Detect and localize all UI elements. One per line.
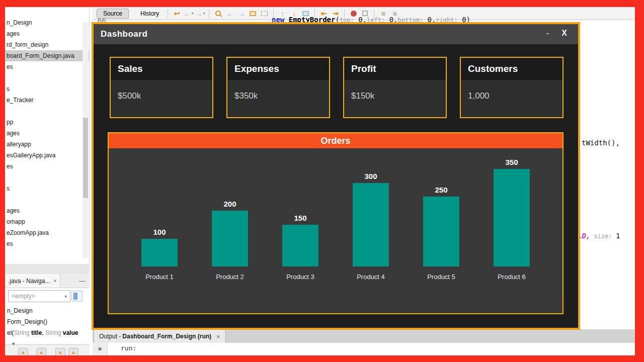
navigator-member-item[interactable]: Form_Design() (5, 316, 90, 327)
project-tree-item[interactable]: pp (5, 117, 89, 128)
navigator-tab-label: .java - Naviga... (8, 278, 50, 285)
stat-card-header: Expenses (227, 58, 329, 80)
stat-card-title: Sales (111, 63, 143, 74)
chevron-down-icon[interactable]: ▾ (203, 11, 205, 16)
highlight-frame-right (635, 0, 644, 362)
output-close-icon[interactable]: × (216, 333, 220, 340)
output-tab-prefix: Output - (99, 333, 121, 340)
navigator-tab[interactable]: .java - Naviga... × (5, 274, 60, 288)
chart-bar-slot: 250Product 5 (406, 148, 476, 281)
code-fragment-width: tWidth(), (582, 139, 620, 147)
navigator-close-icon[interactable]: × (53, 277, 57, 285)
stat-card-title: Profit (344, 63, 376, 74)
output-expand-icon[interactable]: » (93, 343, 108, 355)
tree-scrollbar[interactable] (83, 22, 89, 258)
stat-card-header: Customers (461, 58, 562, 80)
project-tree-item[interactable] (5, 106, 89, 117)
sort-caret-icon[interactable]: ▾ (12, 341, 15, 346)
bar-category-label: Product 5 (427, 266, 455, 281)
project-tree-item[interactable]: board_Form_Design.java (5, 50, 89, 61)
project-tree-item[interactable] (5, 194, 89, 205)
stat-card: Profit$150k (343, 57, 447, 118)
project-tree-item[interactable]: e_Tracker (5, 95, 89, 106)
output-tab[interactable]: Output - Dashboard_Form_Design (run) × (94, 329, 226, 343)
stat-card-title: Expenses (227, 63, 279, 74)
project-tree-item[interactable]: ages (5, 205, 89, 216)
stat-card: Customers1,000 (460, 57, 564, 118)
dashboard-titlebar[interactable]: Dashboard - X (94, 24, 578, 44)
navigator-member-item[interactable]: el(String title, String value (5, 327, 90, 338)
highlight-matches-icon[interactable] (248, 9, 258, 19)
navigator-filter-combo[interactable]: <empty> ▾ (8, 290, 70, 302)
orders-panel: Orders 100Product 1200Product 2150Produc… (108, 132, 564, 314)
chevron-down-icon: ▾ (64, 294, 67, 299)
navigator-filter-row: <empty> ▾ (5, 289, 90, 304)
highlight-frame-top (0, 0, 644, 7)
project-tree-item[interactable] (5, 172, 89, 183)
bar-value-label: 150 (294, 214, 306, 222)
close-button[interactable]: X (561, 29, 567, 38)
stat-card-header: Profit (344, 58, 446, 80)
project-tree-item[interactable]: s (5, 183, 89, 194)
rectangular-selection-icon[interactable] (259, 9, 270, 19)
navigator-tabrow: .java - Naviga... × — (5, 274, 90, 288)
navigator-member-list: n_DesignForm_Design()el(String title, St… (5, 305, 90, 338)
project-tree-item[interactable]: n_Design (5, 17, 89, 28)
project-tree-item[interactable]: esGalleryApp.java (5, 150, 89, 161)
chart-bar-slot: 150Product 3 (265, 148, 336, 281)
bar-value-label: 100 (153, 228, 166, 236)
project-tree-item[interactable]: eZoomApp.java (5, 227, 89, 238)
output-console[interactable]: » run: (93, 343, 635, 355)
stat-card-value: $500k (111, 91, 212, 101)
chart-bar (423, 197, 459, 266)
history-tab[interactable]: History (135, 9, 165, 19)
next-occurrence-icon[interactable]: → (236, 9, 247, 19)
panel-splitter[interactable] (5, 264, 90, 274)
project-tree-item[interactable]: ages (5, 128, 89, 139)
project-tree-item[interactable] (5, 72, 89, 83)
navigator-member-item[interactable]: n_Design (5, 305, 90, 316)
bar-category-label: Product 6 (498, 266, 526, 281)
code-fragment-font: LD, size: 1 (578, 232, 620, 240)
project-tree-item[interactable]: omapp (5, 216, 89, 227)
back-icon[interactable]: ←▾ (183, 9, 194, 19)
projects-panel: n_Designagesrd_form_designboard_Form_Des… (5, 7, 90, 264)
window-title: Dashboard (94, 29, 147, 39)
project-tree-item[interactable]: alleryapp (5, 139, 89, 150)
highlight-frame-bottom (0, 355, 644, 362)
output-tab-name: Dashboard_Form_Design (run) (122, 333, 211, 340)
find-icon[interactable] (213, 9, 223, 19)
bar-category-label: Product 3 (286, 266, 314, 281)
toolbar-divider (168, 9, 168, 18)
navigator-panel: .java - Naviga... × — <empty> ▾ n_Design… (5, 264, 90, 355)
minimize-button[interactable]: - (546, 29, 549, 38)
output-tabrow: Output - Dashboard_Form_Design (run) × (93, 329, 635, 343)
project-tree-item[interactable]: ages (5, 28, 89, 39)
chevron-down-icon[interactable]: ▾ (192, 11, 194, 16)
chart-bar (353, 183, 389, 266)
orders-header: Orders (109, 133, 562, 148)
chart-bars: 100Product 1200Product 2150Product 3300P… (109, 148, 562, 281)
navigator-view-icon[interactable] (71, 291, 83, 302)
previous-occurrence-icon[interactable]: ← (224, 9, 235, 19)
bar-value-label: 300 (364, 172, 377, 180)
tree-scrollbar-thumb[interactable] (83, 118, 88, 198)
forward-icon[interactable]: →▾ (195, 9, 205, 19)
last-edit-location-icon[interactable]: ↩ (172, 9, 182, 19)
output-run-line: run: (121, 344, 136, 352)
navigator-filter-value: <empty> (12, 293, 35, 300)
chart-bar-slot: 200Product 2 (195, 148, 265, 281)
chart-bar-slot: 350Product 6 (476, 148, 547, 281)
navigator-minimize-icon[interactable]: — (79, 277, 86, 285)
bar-value-label: 350 (505, 158, 518, 166)
project-tree-item[interactable]: s (5, 83, 89, 95)
project-tree-item[interactable]: es (5, 161, 89, 172)
orders-title: Orders (320, 136, 350, 146)
stat-card-title: Customers (461, 63, 518, 74)
project-tree-item[interactable]: rd_form_design (5, 39, 89, 50)
bar-value-label: 250 (435, 186, 447, 194)
toolbar-divider (209, 9, 209, 18)
stat-card-value: $150k (344, 91, 446, 101)
project-tree-item[interactable]: es (5, 238, 89, 249)
project-tree-item[interactable]: es (5, 61, 89, 72)
